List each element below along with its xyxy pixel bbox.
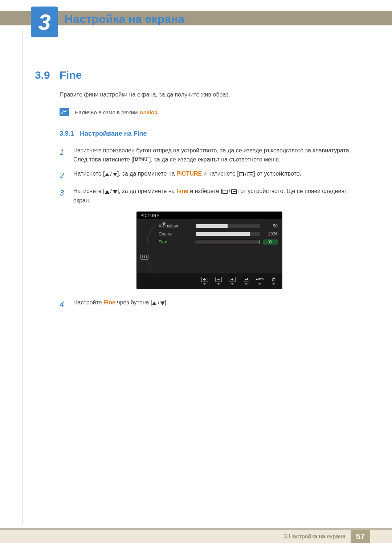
- step-text: ] от устройството.: [253, 171, 301, 177]
- note-text: Налично е само в режим Analog.: [75, 109, 159, 115]
- chapter-number-tab: 3: [31, 7, 58, 37]
- osd-row-label: V-Position: [159, 223, 192, 229]
- osd-row-value: 0: [263, 239, 278, 245]
- osd-minus-button: −: [215, 277, 222, 285]
- osd-slider: [196, 232, 260, 236]
- step-text: ], за да преминете на: [117, 188, 176, 194]
- step-2: 2 Натиснете [/], за да преминете на PICT…: [60, 169, 359, 182]
- fine-highlight: Fine: [176, 188, 188, 194]
- step-text: Натиснете [: [73, 188, 105, 194]
- step-text: ], за да преминете на: [117, 171, 176, 177]
- osd-power-button: [270, 277, 277, 285]
- step-number: 4: [60, 298, 66, 311]
- step-body: Натиснете [/], за да преминете на Fine и…: [73, 187, 359, 205]
- step-text: и изберете [: [188, 188, 222, 194]
- scroll-up-icon: [162, 221, 166, 224]
- subsection-number: 3.9.1: [60, 130, 74, 138]
- select-enter-icon: /: [239, 170, 253, 179]
- step-text: чрез бутона [: [115, 299, 152, 305]
- step-3: 3 Натиснете [/], за да преминете на Fine…: [60, 187, 359, 205]
- step-text: Настройте: [73, 299, 103, 305]
- chapter-title: Настройка на екрана: [65, 12, 184, 26]
- up-down-icon: /: [105, 170, 117, 179]
- section-number: 3.9: [35, 69, 50, 81]
- step-text: ].: [165, 299, 168, 305]
- osd-enter-button: [243, 277, 249, 285]
- osd-row-active: Fine 0: [159, 238, 278, 246]
- step-4: 4 Настройте Fine чрез бутона [/].: [60, 298, 359, 311]
- header-bar: [0, 11, 392, 25]
- note-row: Налично е само в режим Analog.: [60, 108, 359, 116]
- note-highlight: Analog: [139, 109, 158, 115]
- select-enter-icon: /: [222, 187, 237, 196]
- osd-screenshot: PICTURE V-Position 50 Coarse 1936: [60, 212, 359, 289]
- footer-bar: 3 Настройка на екрана 57: [0, 530, 392, 543]
- step-number: 1: [60, 146, 66, 164]
- step-text: Натиснете [: [73, 171, 105, 177]
- osd-auto-button: AUTO: [257, 277, 263, 285]
- osd-row-label: Fine: [159, 239, 192, 245]
- step-number: 2: [60, 169, 66, 182]
- step-text: и натиснете [: [202, 171, 239, 177]
- osd-slider: [196, 240, 260, 244]
- menu-key-icon: MENU: [133, 157, 149, 162]
- page-number: 57: [351, 530, 370, 543]
- up-down-icon: /: [152, 299, 164, 308]
- osd-row-label: Coarse: [159, 231, 192, 237]
- steps-list: 1 Натиснете произволен бутон отпред на у…: [60, 146, 359, 205]
- osd-plus-button: +: [229, 277, 236, 285]
- osd-row: V-Position 50: [159, 222, 278, 230]
- osd-arc: [147, 224, 162, 275]
- step-1: 1 Натиснете произволен бутон отпред на у…: [60, 146, 359, 164]
- osd-back-button: [201, 277, 208, 285]
- section-title: Fine: [60, 69, 82, 81]
- osd-row-value: 50: [263, 223, 278, 229]
- step-body: Натиснете [/], за да преминете на PICTUR…: [73, 169, 359, 182]
- step-body: Натиснете произволен бутон отпред на уст…: [73, 146, 359, 164]
- osd-title: PICTURE: [137, 212, 282, 219]
- note-prefix: Налично е само в режим: [75, 109, 139, 115]
- fine-highlight: Fine: [103, 299, 115, 305]
- up-down-icon: /: [105, 187, 117, 196]
- section-intro: Правите фини настройки на екрана, за да …: [60, 91, 359, 98]
- osd-row: Coarse 1936: [159, 230, 278, 238]
- note-icon: [60, 108, 69, 116]
- step-text: ], за да се изведе екранът на съответнот…: [149, 156, 280, 163]
- step-body: Настройте Fine чрез бутона [/].: [73, 298, 359, 311]
- footer-chapter-label: 3 Настройка на екрана: [284, 533, 351, 540]
- osd-row-value: 1936: [263, 231, 278, 237]
- picture-highlight: PICTURE: [176, 171, 202, 177]
- step-number: 3: [60, 187, 66, 205]
- subsection-title: Настройване на Fine: [80, 130, 147, 138]
- osd-footer: − + AUTO: [137, 274, 282, 289]
- left-rail: [22, 30, 23, 525]
- steps-list-cont: 4 Настройте Fine чрез бутона [/].: [60, 298, 359, 311]
- picture-mode-icon: [140, 254, 148, 260]
- osd-slider: [196, 224, 260, 228]
- note-suffix: .: [158, 109, 159, 115]
